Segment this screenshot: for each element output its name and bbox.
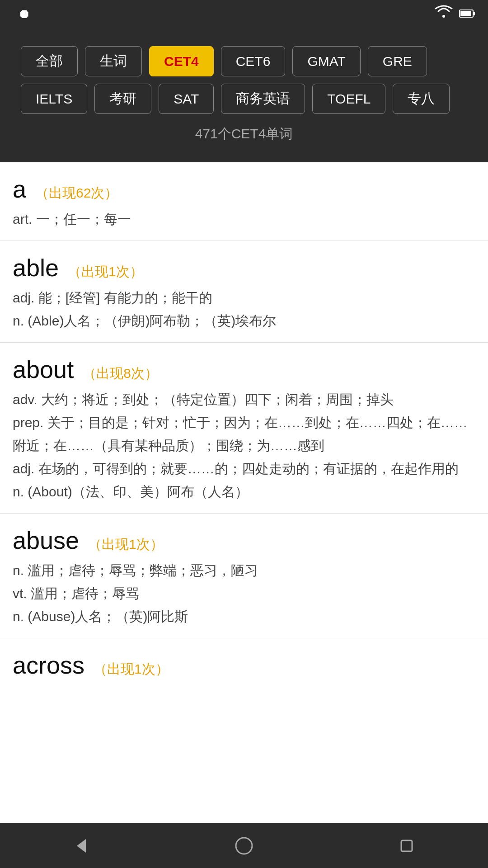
- nav-back-button[interactable]: [54, 828, 108, 864]
- word-header: about（出现8次）: [13, 355, 475, 383]
- filter-row-1: 全部生词CET4CET6GMATGRE: [13, 46, 475, 76]
- filter-btn-toefl[interactable]: TOEFL: [312, 84, 385, 114]
- filter-btn-business[interactable]: 商务英语: [221, 84, 305, 114]
- word-definition: adj. 在场的，可得到的；就要……的；四处走动的；有证据的，在起作用的: [13, 457, 475, 480]
- word-freq: （出现62次）: [35, 184, 118, 203]
- filter-btn-sat[interactable]: SAT: [159, 84, 214, 114]
- word-definition: n. 滥用；虐待；辱骂；弊端；恶习，陋习: [13, 559, 475, 582]
- word-entry[interactable]: abuse（出现1次）n. 滥用；虐待；辱骂；弊端；恶习，陋习vt. 滥用；虐待…: [0, 514, 488, 638]
- filter-btn-new[interactable]: 生词: [85, 46, 142, 76]
- word-definition: n. (Abuse)人名；（英)阿比斯: [13, 605, 475, 628]
- filter-btn-gre[interactable]: GRE: [368, 46, 427, 76]
- status-bar: ⏺: [0, 0, 488, 27]
- battery-icon: [459, 5, 475, 22]
- word-header: across（出现1次）: [13, 651, 475, 679]
- word-freq: （出现1次）: [94, 660, 169, 679]
- bottom-nav: [0, 823, 488, 868]
- word-text: able: [13, 254, 59, 282]
- word-definition: art. 一；任一；每一: [13, 208, 475, 231]
- nav-home-button[interactable]: [217, 828, 271, 864]
- word-definition: n. (Able)人名；（伊朗)阿布勒；（英)埃布尔: [13, 309, 475, 332]
- filter-btn-all[interactable]: 全部: [21, 46, 78, 76]
- word-text: across: [13, 651, 84, 679]
- status-left: ⏺: [13, 6, 36, 21]
- word-freq: （出现1次）: [68, 263, 143, 281]
- word-text: a: [13, 175, 26, 203]
- filter-btn-cet4[interactable]: CET4: [149, 46, 214, 76]
- nav-recent-button[interactable]: [380, 828, 434, 864]
- svg-marker-5: [77, 839, 86, 853]
- svg-rect-2: [460, 11, 471, 16]
- filter-row-2: IELTS考研SAT商务英语TOEFL专八: [13, 84, 475, 114]
- filter-btn-gmat[interactable]: GMAT: [292, 46, 360, 76]
- svg-point-6: [236, 838, 252, 854]
- svg-point-0: [442, 15, 445, 18]
- filter-btn-kaoyan[interactable]: 考研: [94, 84, 151, 114]
- word-definition: adv. 大约；将近；到处；（特定位置）四下；闲着；周围；掉头: [13, 388, 475, 411]
- word-text: abuse: [13, 526, 79, 554]
- word-freq: （出现8次）: [83, 364, 158, 383]
- word-entry[interactable]: able（出现1次）adj. 能；[经管] 有能力的；能干的n. (Able)人…: [0, 241, 488, 343]
- app-icon: ⏺: [18, 6, 31, 21]
- word-count: 471个CET4单词: [13, 121, 475, 151]
- word-freq: （出现1次）: [88, 535, 164, 554]
- word-list: a（出现62次）art. 一；任一；每一able（出现1次）adj. 能；[经管…: [0, 162, 488, 733]
- wifi-icon: [435, 5, 453, 22]
- word-entry[interactable]: about（出现8次）adv. 大约；将近；到处；（特定位置）四下；闲着；周围；…: [0, 343, 488, 514]
- word-header: abuse（出现1次）: [13, 526, 475, 554]
- word-definition: n. (About)（法、印、美）阿布（人名）: [13, 480, 475, 503]
- svg-rect-7: [401, 840, 412, 851]
- word-entry[interactable]: across（出现1次）: [0, 638, 488, 679]
- word-header: a（出现62次）: [13, 175, 475, 203]
- filter-btn-cet6[interactable]: CET6: [221, 46, 286, 76]
- status-right: [435, 5, 475, 22]
- filter-btn-ielts[interactable]: IELTS: [21, 84, 87, 114]
- filter-btn-ba8[interactable]: 专八: [393, 84, 450, 114]
- word-header: able（出现1次）: [13, 254, 475, 282]
- header: 全部生词CET4CET6GMATGRE IELTS考研SAT商务英语TOEFL专…: [0, 27, 488, 162]
- word-text: about: [13, 355, 74, 383]
- word-definition: prep. 关于；目的是；针对；忙于；因为；在……到处；在……四处；在……附近；…: [13, 411, 475, 457]
- svg-rect-3: [473, 12, 475, 15]
- word-entry[interactable]: a（出现62次）art. 一；任一；每一: [0, 162, 488, 241]
- word-definition: adj. 能；[经管] 有能力的；能干的: [13, 286, 475, 309]
- word-definition: vt. 滥用；虐待；辱骂: [13, 582, 475, 605]
